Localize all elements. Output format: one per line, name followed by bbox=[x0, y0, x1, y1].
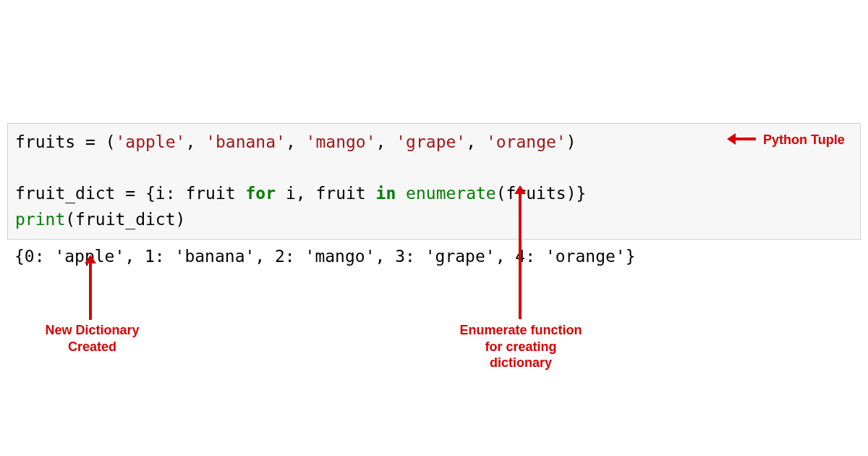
annotation-text: New Dictionary bbox=[45, 323, 139, 337]
arrow-up-icon bbox=[519, 193, 522, 319]
code-string: 'banana' bbox=[205, 132, 286, 151]
annotation-text: dictionary bbox=[490, 355, 552, 370]
code-string: 'apple' bbox=[115, 132, 185, 151]
annotation-text: Enumerate function bbox=[459, 323, 582, 337]
code-function: enumerate bbox=[406, 184, 496, 203]
annotation-new-dict: New Dictionary Created bbox=[43, 322, 141, 355]
code-token: , bbox=[286, 132, 306, 151]
code-output: {0: 'apple', 1: 'banana', 2: 'mango', 3:… bbox=[7, 240, 861, 266]
code-token: fruit_dict bbox=[15, 184, 115, 203]
code-token: , bbox=[466, 132, 486, 151]
annotation-text: for creating bbox=[485, 339, 556, 354]
code-token: = {i: fruit bbox=[115, 184, 245, 203]
code-keyword: for bbox=[246, 184, 276, 203]
code-token bbox=[396, 184, 406, 203]
code-string: 'orange' bbox=[486, 132, 566, 151]
code-string: 'grape' bbox=[396, 132, 466, 151]
code-function: print bbox=[15, 210, 65, 229]
arrow-left-icon bbox=[734, 138, 756, 140]
annotation-text: Created bbox=[68, 339, 116, 354]
code-token: = ( bbox=[75, 132, 115, 151]
code-string: 'mango' bbox=[306, 132, 376, 151]
annotation-enumerate: Enumerate function for creating dictiona… bbox=[459, 322, 582, 371]
code-token: i, fruit bbox=[276, 184, 375, 203]
arrow-up-icon bbox=[89, 262, 92, 320]
code-token: ) bbox=[566, 132, 576, 151]
code-keyword: in bbox=[376, 184, 396, 203]
code-token: fruits bbox=[15, 132, 75, 151]
code-token: , bbox=[376, 132, 396, 151]
blank-line bbox=[15, 159, 25, 177]
code-token: (fruits)} bbox=[496, 184, 587, 203]
code-token: (fruit_dict) bbox=[65, 210, 185, 229]
code-token: , bbox=[185, 132, 205, 151]
annotation-tuple: Python Tuple bbox=[763, 132, 845, 148]
